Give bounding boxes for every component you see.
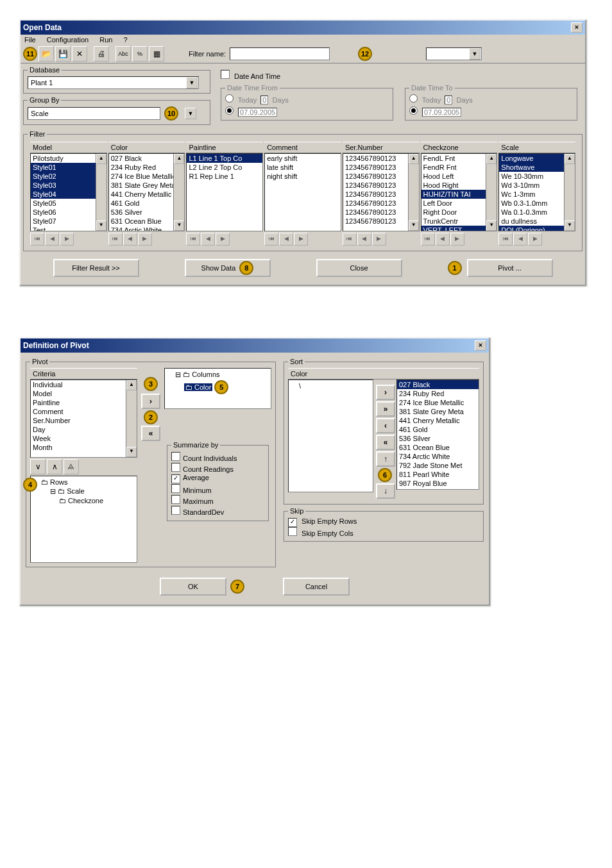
open-icon[interactable]: 📂 — [38, 46, 54, 62]
list-item[interactable]: Paintline — [31, 398, 137, 407]
scroll-up-icon[interactable]: ▲ — [96, 154, 106, 164]
rows-scale-node[interactable]: ⊟ 🗀 Scale — [32, 487, 135, 496]
scroll-down-icon[interactable]: ▼ — [565, 221, 575, 231]
from-date-field[interactable]: 07.09.2005 — [238, 108, 277, 117]
list-item[interactable]: 811 Pearl White — [397, 470, 479, 479]
list-item[interactable]: Week — [31, 434, 137, 443]
pivot-button[interactable]: Pivot ... — [467, 259, 553, 277]
scroll-down-icon[interactable]: ▼ — [409, 221, 419, 231]
scroll-up-icon[interactable]: ▲ — [409, 154, 419, 164]
scroll-up-icon[interactable]: ▲ — [486, 154, 497, 164]
chevron-down-icon[interactable]: ▼ — [186, 77, 198, 88]
list-item[interactable]: Individual — [31, 380, 137, 389]
checkbox[interactable] — [171, 452, 180, 461]
pager-button[interactable]: ⏮ — [186, 233, 200, 246]
to-today-radio[interactable] — [409, 94, 418, 103]
abc-icon[interactable]: Abc — [115, 46, 131, 62]
list-item[interactable]: 027 Black — [397, 380, 479, 389]
scrollbar[interactable]: ▲▼ — [96, 154, 106, 231]
scroll-down-icon[interactable]: ▼ — [126, 447, 137, 457]
menu-config[interactable]: Configuration — [47, 36, 89, 44]
scrollbar[interactable]: ▲▼ — [486, 154, 497, 231]
pager-button[interactable]: ▶ — [138, 233, 152, 246]
pager-button[interactable]: ◀ — [201, 233, 215, 246]
pivot-titlebar[interactable]: Definition of Pivot × — [21, 338, 489, 353]
sort-list[interactable]: 027 Black234 Ruby Red274 Ice Blue Metall… — [396, 380, 479, 490]
checkbox[interactable] — [171, 463, 180, 472]
sort-move-left[interactable]: ‹ — [376, 418, 395, 433]
cancel-button[interactable]: Cancel — [283, 578, 350, 596]
summarize-option[interactable]: Count Readings — [171, 463, 264, 473]
grid-icon[interactable]: ▦ — [149, 46, 164, 62]
summarize-option[interactable]: Maximum — [171, 495, 264, 505]
list-item[interactable]: Model — [31, 389, 137, 398]
pager-button[interactable]: ⏮ — [421, 233, 435, 246]
delete-icon[interactable]: ✕ — [72, 46, 87, 62]
rows-node[interactable]: 🗀 Rows — [32, 478, 135, 487]
from-date-radio[interactable] — [225, 106, 234, 115]
move-right-button[interactable]: › — [141, 394, 160, 409]
criteria-list[interactable]: IndividualModelPaintlineCommentSer.Numbe… — [30, 380, 137, 458]
list-item[interactable]: 734 Arctic White — [397, 452, 479, 461]
to-days-field[interactable]: 0 — [445, 96, 452, 104]
checkbox[interactable] — [171, 506, 180, 515]
list-item[interactable]: early shift — [265, 154, 341, 163]
scroll-down-icon[interactable]: ▼ — [486, 221, 497, 231]
summarize-option[interactable]: ✓Average — [171, 474, 264, 483]
scrollbar[interactable]: ▲▼ — [564, 154, 575, 231]
filter-name-field[interactable] — [230, 47, 330, 60]
close-icon[interactable]: × — [571, 22, 582, 33]
list-item[interactable]: 792 Jade Stone Met — [397, 461, 479, 470]
rows-checkzone-node[interactable]: 🗀 Checkzone — [32, 496, 135, 505]
filter-listbox[interactable]: 027 Black234 Ruby Red274 Ice Blue Metall… — [108, 153, 185, 231]
list-item[interactable]: Ser.Number — [31, 416, 137, 425]
checkbox[interactable] — [171, 484, 180, 493]
columns-tree[interactable]: ⊟ 🗀 Columns 🗀 Color 5 — [164, 368, 271, 409]
pager-button[interactable]: ⏮ — [108, 233, 123, 246]
summarize-option[interactable]: Minimum — [171, 484, 264, 494]
skip-rows-check[interactable]: ✓ — [288, 518, 297, 527]
list-item[interactable]: 461 Gold — [397, 425, 479, 434]
filter-listbox[interactable]: L1 Line 1 Top CoL2 Line 2 Top CoR1 Rep L… — [186, 153, 263, 231]
sort-move-left-all[interactable]: « — [376, 435, 395, 450]
save-icon[interactable]: 💾 — [55, 46, 71, 62]
list-item[interactable]: 631 Ocean Blue — [397, 443, 479, 452]
pager-button[interactable]: ◀ — [513, 233, 527, 246]
list-item[interactable]: L1 Line 1 Top Co — [187, 154, 262, 163]
skip-cols-check[interactable] — [288, 527, 297, 536]
list-item[interactable]: L2 Line 2 Top Co — [187, 163, 262, 172]
sort-move-right-all[interactable]: » — [376, 401, 395, 417]
pager-button[interactable]: ◀ — [123, 233, 137, 246]
filter-listbox[interactable]: early shiftlate shiftnight shift — [264, 153, 341, 231]
pager-button[interactable]: ▶ — [450, 233, 464, 246]
list-item[interactable]: 234 Ruby Red — [397, 389, 479, 398]
pager-button[interactable]: ⏮ — [30, 233, 44, 246]
pager-button[interactable]: ▶ — [294, 233, 308, 246]
collapse-all-icon[interactable]: ⩓ — [64, 459, 79, 474]
pager-button[interactable]: ◀ — [357, 233, 371, 246]
sort-move-down[interactable]: ↓ — [376, 483, 395, 499]
list-item[interactable]: Comment — [31, 407, 137, 416]
sort-move-up[interactable]: ↑ — [376, 451, 395, 467]
pager-button[interactable]: ▶ — [372, 233, 386, 246]
list-item[interactable]: night shift — [265, 172, 341, 181]
scroll-down-icon[interactable]: ▼ — [174, 221, 184, 231]
print-icon[interactable]: 🖨 — [94, 46, 109, 62]
summarize-option[interactable]: StandardDev — [171, 506, 264, 516]
menu-run[interactable]: Run — [99, 36, 112, 44]
from-today-radio[interactable] — [225, 94, 234, 103]
show-data-button[interactable]: Show Data 8 — [185, 259, 271, 277]
pager-button[interactable]: ◀ — [279, 233, 293, 246]
percent-icon[interactable]: % — [132, 46, 148, 62]
to-date-field[interactable]: 07.09.2005 — [422, 108, 461, 117]
columns-color-node[interactable]: 🗀 Color 5 — [166, 380, 269, 395]
menu-help[interactable]: ? — [124, 36, 128, 44]
filter-result-button[interactable]: Filter Result >> — [53, 259, 139, 277]
chevron-down-icon[interactable]: ▼ — [185, 108, 196, 119]
pager-button[interactable]: ⏮ — [264, 233, 278, 246]
menu-file[interactable]: File — [24, 36, 36, 44]
titlebar[interactable]: Open Data × — [21, 21, 585, 35]
pager-button[interactable]: ◀ — [436, 233, 450, 246]
filter-listbox[interactable]: PilotstudyStyle01Style02Style03Style04St… — [30, 153, 107, 231]
list-item[interactable]: Day — [31, 425, 137, 434]
